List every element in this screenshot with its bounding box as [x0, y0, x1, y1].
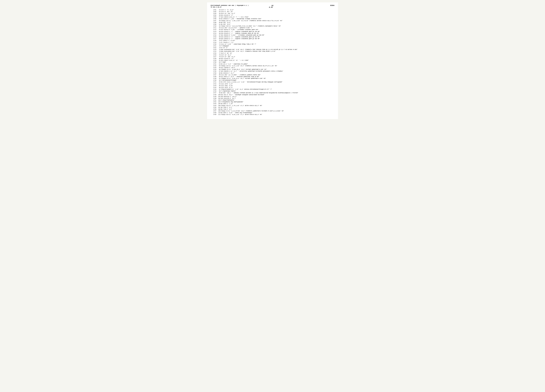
row-n1: 2714 — [211, 32, 217, 34]
row-desc: СТЦСЦ1-19(=1)' 1,69,1,015' 32,1+8,92' СТ… — [221, 20, 334, 22]
row-desc: Е7-761#51-1' 7,2* — [221, 41, 334, 43]
row-desc: Б16-226#23-3' 2' ' ЗАДЕЛКА САЛЬНИКОВ ДИА… — [221, 38, 334, 40]
table-row: 273284СТЦСЦ1-13(=1)' 6,57,1,02' 25,3' СТ… — [211, 65, 334, 67]
row-n2: 98 — [217, 90, 221, 92]
row-n1: 2752 — [211, 101, 217, 103]
row-desc: Б6-801' 169,1' ' ОБМАЗКА ГОРЯЧИМ БИТУМОМ… — [221, 92, 334, 94]
row-desc: Е11-135#20-3' 59,6* — [221, 67, 334, 68]
row-n1: 2759 — [211, 114, 217, 116]
row-n1: 2740 — [211, 79, 217, 81]
table-row: 274799Б6-801' 169,1' ' ОБМАЗКА ГОРЯЧИМ Б… — [211, 92, 334, 94]
row-desc: СТЦСЦ1-16(=1)' 0,62,1,02' 27,2' БЕТОН КЛ… — [221, 114, 334, 116]
table-row: 273587Б15-268#55-1-11' 12,7' ' ШТУКАТУРК… — [211, 70, 334, 72]
row-n2: 75 — [217, 49, 221, 50]
row-n2: 63 — [217, 27, 221, 29]
row-desc: Е6-1#1-1' 6,5' ' НАБЕТОНКА ПО ДЛИНУ* — [221, 63, 334, 65]
row-desc: Р СПЕЦСТРОИРАБОТЫ* — [221, 99, 334, 101]
row-n1: 2750 — [211, 97, 217, 99]
row-n2: 62 — [217, 25, 221, 27]
table-row: 272072С111-12' 6,49' ' АСБЕСТОВАЯ ПРЯДЬ … — [211, 43, 334, 45]
table-row: 271870Е7-265#17-1' 0,143* — [211, 40, 334, 41]
row-n1: 2735 — [211, 70, 217, 72]
table-row: 273183Е6-1#1-1' 6,5' ' НАБЕТОНКА ПО ДЛИН… — [211, 63, 334, 65]
table-row: 2750102Б15-561#155-6' 56,7* — [211, 97, 334, 99]
row-n2: 88 — [217, 72, 221, 74]
row-desc: Б6-253#29-4' 12,7* — [221, 72, 334, 74]
row-n1: 2707 — [211, 20, 217, 22]
row-n1: 2734 — [211, 68, 217, 70]
row-n2: 90 — [217, 76, 221, 78]
section-label: А.XX — [269, 6, 273, 8]
table-row: 273789С111-663' 12,7,0,0007' ' СТОИМОСТЬ… — [211, 74, 334, 76]
row-n2: 78 — [217, 54, 221, 56]
table-row: 274092Р МЕТАЛЛОКОНСТРУКЦИИ* — [211, 79, 334, 81]
row-desc: Б6-74#8-3' 6,2* — [221, 108, 334, 110]
row-n2: 57 — [217, 16, 221, 18]
row-desc: СТЦСЦ7-45(=1)' 13,6,0,0*585,2+16,4,0,009… — [221, 25, 334, 27]
page: 62 93564 ПРОГРАММНЫЙ КОМПЛЕКС АВС-3БС ( … — [207, 2, 338, 119]
row-n2: 109 — [217, 110, 221, 112]
row-n1: 2732 — [211, 65, 217, 67]
row-n1: 2755 — [211, 106, 217, 108]
table-row: 2756108Б6-74#8-3' 6,2* — [211, 108, 334, 110]
row-n1: 2724 — [211, 50, 217, 52]
table-row: 2749101Б15-601#152-1' 143,4* — [211, 96, 334, 97]
row-n2: 84 — [217, 65, 221, 67]
data-table: 270153С147-1' 71' 22,9*270254С147-6' 357… — [211, 9, 334, 116]
row-n2: 97 — [217, 88, 221, 90]
row-desc: Р ПЛОЩАДКИ* — [221, 45, 334, 47]
table-row: 271668Е16-225#23-3' 2' ' ЗАДЕЛКА САЛЬНИК… — [211, 36, 334, 38]
row-n2: 56 — [217, 14, 221, 16]
row-desc: СТНЦ142ТАБЛИ2(=1)' 4,52' 14,3' ОКРАСКА М… — [221, 88, 334, 90]
row-n1: 2705 — [211, 16, 217, 18]
row-n2: 82 — [217, 61, 221, 63]
row-desc: СТЦСЦ1-13(=1)' 6,57,1,02' 25,3' СТОИМОСТ… — [221, 65, 334, 67]
row-n1: 2751 — [211, 99, 217, 101]
row-n2: 58 — [217, 18, 221, 20]
row-n2: 59 — [217, 20, 221, 22]
row-n1: 2708 — [211, 22, 217, 23]
row-desc: С121-1961' 0,54* — [221, 85, 334, 87]
row-n2: 54 — [217, 11, 221, 12]
row-n1: 2736 — [211, 72, 217, 74]
table-row: 272274Е7-24' 5* — [211, 47, 334, 49]
row-n2: 79 — [217, 56, 221, 58]
table-row: 273890Е11-69#11-3' 24,6' ' ПОКРЫТЫЕ ЦЕМЕ… — [211, 76, 334, 78]
row-desc: СТЦСЦП2-5(=1)' 0,025,59,6' 25,9' РАСТВОР… — [221, 68, 334, 70]
row-desc: Р МЕТАЛЛОКОНСТРУКЦИИ* — [221, 79, 334, 81]
row-n2: 55 — [217, 12, 221, 14]
table-row: 274395С121-1961' 0,54* — [211, 85, 334, 87]
row-desc: Б6-259' 13,6* — [221, 23, 334, 25]
row-n1: 2754 — [211, 105, 217, 106]
row-desc: С147-16' 32,1* — [221, 54, 334, 56]
doc-number: 93564 — [330, 5, 334, 6]
table-row: 272375Б98-10499#ЦС06-503' 9,36' 69,6' СТ… — [211, 49, 334, 50]
row-desc: С121-1975' 0,71* — [221, 87, 334, 88]
row-n1: 2741 — [211, 81, 217, 83]
row-desc: СТЦОЦА2-6(=1)' 0,02,24,6' 28,1' РАСТВОР … — [221, 78, 334, 79]
table-row: 271971Е7-761#51-1' 7,2* — [211, 41, 334, 43]
row-desc: Б6-30#3-1' 1,79* — [221, 103, 334, 105]
row-desc: Б13-121#15-6' 5* — [221, 14, 334, 16]
table-row: 274294С121-1979' 3,27* — [211, 83, 334, 85]
table-row: 272779С147-24' 200' 41,3* — [211, 56, 334, 58]
table-row: 270759СТЦСЦ1-19(=1)' 1,69,1,015' 32,1+8,… — [211, 20, 334, 22]
row-n1: 2727 — [211, 56, 217, 58]
row-desc: Б6-248' 13,6* — [221, 22, 334, 23]
row-desc: Б13-121#15-6' 11* — [221, 58, 334, 60]
row-n1: 2737 — [211, 74, 217, 76]
row-desc: Е16-223#23-1' 4' ' ЗАДЕЛКА САЛЬНИКОВ ДИА… — [221, 31, 334, 32]
table-row: 272476Б98-10491#ЦС06-504' 2,26' 62,5' СТ… — [211, 50, 334, 52]
row-n1: 2753 — [211, 103, 217, 105]
row-n2: 66 — [217, 32, 221, 34]
row-desc: О147-6' 66' 25* — [221, 52, 334, 54]
row-desc: С111-12' 6,49' ' АСБЕСТОВАЯ ПРЯДЬ ТОЛЩ 6… — [221, 43, 334, 45]
row-n1: 2715 — [211, 34, 217, 36]
table-row: 270557Б13-138#15-2(А1,2)' 7' ' + ЗА 2 РА… — [211, 16, 334, 18]
row-n2: 67 — [217, 34, 221, 36]
row-desc: Б13-138#17-2(А1,2)' 11' ' + В 2 СЛОЯ* — [221, 60, 334, 61]
row-n1: 2758 — [211, 112, 217, 114]
row-desc: Б98-10491#ЦС06-504' 2,26' 62,5' СТОИМОСТ… — [221, 50, 334, 52]
table-row: 2752104П ФУНДАМЕНТЫ ПОД ОБОРУДОВАНИЕ* — [211, 101, 334, 103]
table-row: 274698Р ОТДЕЛОЧНЫЕ РАБОТЫ* — [211, 90, 334, 92]
